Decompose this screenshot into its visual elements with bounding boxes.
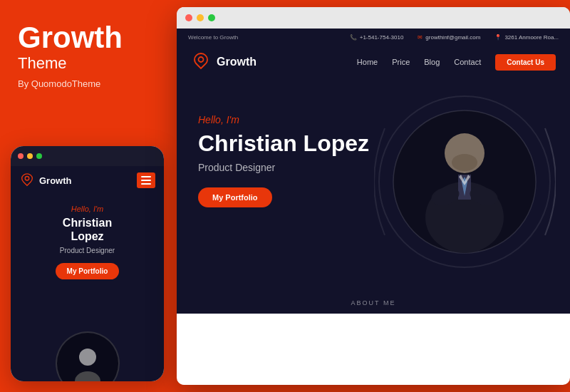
phone-icon: 📞 xyxy=(350,34,357,41)
menu-line-3 xyxy=(141,183,151,185)
svg-point-3 xyxy=(199,57,204,62)
email-icon: ✉ xyxy=(418,34,423,41)
browser-min-dot xyxy=(197,14,204,21)
mobile-hello-text: Hello, I'm xyxy=(21,205,154,213)
menu-line-2 xyxy=(141,180,151,181)
desktop-nav-links: Home Price Blog Contact Contact Us xyxy=(357,54,556,71)
browser-top-bar xyxy=(177,7,570,29)
topbar-welcome: Welcome to Growth xyxy=(188,34,238,41)
hero-person-area xyxy=(374,86,556,278)
mobile-name: Christian Lopez xyxy=(21,216,154,243)
mobile-top-bar xyxy=(11,146,164,166)
browser-max-dot xyxy=(208,14,215,21)
browser-close-dot xyxy=(185,14,192,21)
topbar-email: ✉ growthinf@gmail.com xyxy=(418,34,480,41)
mobile-max-dot xyxy=(36,153,42,159)
svg-point-2 xyxy=(75,371,100,381)
hero-hello: Hello, I'm xyxy=(198,114,373,125)
topbar-address: 📍 3261 Anmoore Roa... xyxy=(494,34,559,41)
brand-subtitle: Theme xyxy=(18,54,157,73)
mobile-menu-button[interactable] xyxy=(137,172,155,188)
hero-content: Hello, I'm Christian Lopez Product Desig… xyxy=(198,114,373,207)
hero-circle-svg xyxy=(374,86,556,278)
mobile-person-icon xyxy=(66,344,109,381)
nav-link-home[interactable]: Home xyxy=(357,58,378,66)
desktop-logo-area: Growth xyxy=(191,52,256,72)
svg-point-1 xyxy=(79,349,96,366)
brand-by: By QuomodoTheme xyxy=(18,78,157,89)
mobile-logo-icon xyxy=(19,172,35,188)
mobile-nav: Growth xyxy=(11,166,164,195)
hero-cta-button[interactable]: My Portfolio xyxy=(198,187,272,207)
mobile-min-dot xyxy=(27,153,33,159)
about-me-label: ABOUT ME xyxy=(351,299,396,306)
desktop-mockup: Welcome to Growth 📞 +1-541-754-3010 ✉ gr… xyxy=(177,7,570,385)
desktop-logo-icon xyxy=(191,52,211,72)
desktop-contact-button[interactable]: Contact Us xyxy=(495,54,556,71)
mobile-cta-button[interactable]: My Portfolio xyxy=(56,263,120,279)
mobile-logo-text: Growth xyxy=(39,175,72,186)
info-topbar: Welcome to Growth 📞 +1-541-754-3010 ✉ gr… xyxy=(177,29,570,46)
topbar-phone: 📞 +1-541-754-3010 xyxy=(350,34,404,41)
hero-name: Christian Lopez xyxy=(198,131,373,156)
desktop-hero: Hello, I'm Christian Lopez Product Desig… xyxy=(177,78,570,292)
mobile-hero: Hello, I'm Christian Lopez Product Desig… xyxy=(11,195,164,381)
menu-line-1 xyxy=(141,176,151,177)
nav-link-blog[interactable]: Blog xyxy=(424,58,440,66)
nav-link-contact[interactable]: Contact xyxy=(454,58,481,66)
mobile-close-dot xyxy=(18,153,24,159)
svg-point-7 xyxy=(452,154,477,171)
location-icon: 📍 xyxy=(494,34,502,41)
brand-title: Growth xyxy=(18,21,157,54)
nav-link-price[interactable]: Price xyxy=(392,58,410,66)
desktop-footer-hint: ABOUT ME xyxy=(177,292,570,314)
mobile-mockup: Growth Hello, I'm Christian Lopez Produc… xyxy=(11,146,164,381)
mobile-logo-area: Growth xyxy=(19,172,72,188)
mobile-person-circle xyxy=(56,331,120,381)
hero-role: Product Designer xyxy=(198,162,373,173)
svg-point-0 xyxy=(25,177,29,181)
mobile-role: Product Designer xyxy=(21,247,154,254)
desktop-logo-text: Growth xyxy=(217,56,256,68)
desktop-nav: Growth Home Price Blog Contact Contact U… xyxy=(177,46,570,78)
